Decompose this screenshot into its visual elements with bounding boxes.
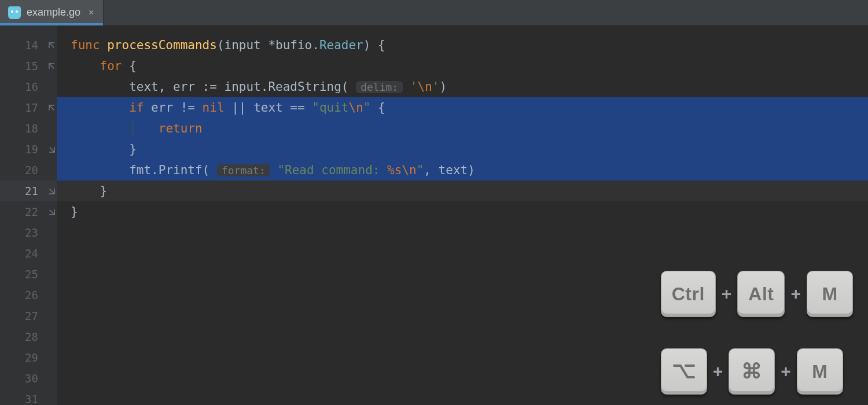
svg-line-1	[49, 64, 53, 68]
code-token: delim:	[356, 81, 403, 93]
editor: 141516171819202122232425262728293031 fun…	[0, 25, 868, 405]
line-number[interactable]: 15	[0, 56, 57, 76]
code-token: "	[363, 101, 371, 115]
code-token: "	[417, 163, 424, 177]
code-token: "Read command:	[277, 163, 387, 177]
code-token: for	[100, 59, 130, 73]
fold-open-icon[interactable]	[47, 105, 56, 111]
code-token: if	[129, 101, 151, 115]
code-token	[71, 184, 100, 198]
plus-separator: +	[722, 284, 732, 304]
fold-close-icon[interactable]	[47, 209, 56, 215]
line-number[interactable]: 21	[0, 181, 57, 201]
code-line[interactable]	[57, 222, 868, 243]
line-number[interactable]: 19	[0, 139, 57, 160]
line-number[interactable]: 27	[0, 305, 57, 326]
code-line[interactable]: if err != nil || text == "quit\n" {	[57, 97, 868, 118]
code-token: format:	[217, 164, 270, 176]
svg-line-3	[49, 147, 53, 151]
code-token: .	[312, 38, 319, 52]
fold-close-icon[interactable]	[47, 188, 56, 194]
code-token: *	[268, 38, 275, 52]
code-token: '	[410, 80, 418, 94]
code-line[interactable]: }	[57, 139, 868, 160]
code-token: %s\n	[387, 163, 417, 177]
plus-separator: +	[790, 284, 801, 304]
code-token: {	[129, 59, 137, 73]
code-token: (	[217, 38, 225, 52]
code-token	[71, 80, 129, 94]
fold-open-icon[interactable]	[47, 63, 56, 69]
key-ctrl: Ctrl	[661, 271, 716, 317]
fold-close-icon[interactable]	[47, 146, 56, 152]
code-token: func	[71, 38, 107, 52]
code-token: (	[203, 163, 217, 177]
code-line[interactable]: }	[57, 181, 868, 201]
option-key-icon	[661, 348, 707, 395]
code-token: \n	[349, 101, 363, 115]
code-token: nil	[203, 101, 232, 115]
code-line[interactable]: for {	[57, 56, 868, 76]
go-file-icon	[8, 6, 21, 19]
code-line[interactable]: │ return	[57, 118, 868, 139]
code-token: text	[439, 163, 468, 177]
tab-bar: example.go ×	[0, 0, 868, 25]
line-number[interactable]: 24	[0, 243, 57, 264]
code-token: }	[71, 205, 78, 219]
file-tab[interactable]: example.go ×	[0, 0, 104, 25]
code-token	[71, 59, 100, 73]
command-key-icon: ⌘	[729, 348, 775, 395]
code-token: !=	[181, 101, 203, 115]
code-line[interactable]: func processCommands(input *bufio.Reader…	[57, 35, 868, 56]
close-icon[interactable]: ×	[89, 8, 94, 18]
code-token: ReadString	[268, 80, 341, 94]
line-number[interactable]: 28	[0, 326, 57, 347]
key-m: M	[807, 271, 853, 317]
line-number[interactable]: 14	[0, 35, 57, 56]
code-line[interactable]: fmt.Printf( format: "Read command: %s\n"…	[57, 160, 868, 181]
shortcut-row: +⌘+M	[661, 348, 853, 395]
shortcut-overlay: Ctrl+Alt+M+⌘+M	[661, 271, 853, 395]
line-number[interactable]: 25	[0, 264, 57, 285]
code-token: return	[159, 122, 203, 135]
code-token: (	[341, 80, 356, 94]
code-token: err	[151, 101, 181, 115]
svg-line-5	[49, 209, 53, 213]
code-token: '	[432, 80, 440, 94]
code-token: )	[439, 80, 447, 94]
code-token: │	[129, 122, 159, 135]
code-token: "quit	[312, 101, 348, 115]
fold-open-icon[interactable]	[47, 42, 56, 48]
svg-line-0	[49, 43, 53, 47]
line-number[interactable]: 16	[0, 76, 57, 97]
code-token: ||	[231, 101, 253, 115]
code-token: {	[370, 101, 385, 115]
plus-separator: +	[781, 361, 791, 382]
line-number[interactable]: 18	[0, 118, 57, 139]
line-number[interactable]: 29	[0, 347, 57, 368]
line-number[interactable]: 23	[0, 222, 57, 243]
line-number[interactable]: 26	[0, 285, 57, 305]
code-token: ==	[290, 101, 312, 115]
plus-separator: +	[713, 361, 723, 382]
key-m: M	[797, 348, 843, 395]
code-token: input	[225, 38, 269, 52]
code-token: Printf	[159, 163, 203, 177]
code-token: ) {	[363, 38, 385, 52]
code-line[interactable]: text, err := input.ReadString( delim: '\…	[57, 76, 868, 97]
line-number[interactable]: 17	[0, 97, 57, 118]
line-number[interactable]: 30	[0, 368, 57, 389]
code-token: text	[129, 80, 159, 94]
code-token: .	[151, 163, 159, 177]
code-line[interactable]: }	[57, 201, 868, 222]
code-token: Reader	[319, 38, 363, 52]
tab-filename: example.go	[27, 6, 80, 19]
code-token: \n	[418, 80, 432, 94]
line-number[interactable]: 31	[0, 389, 57, 405]
line-number[interactable]: 20	[0, 160, 57, 181]
key-alt: Alt	[737, 271, 785, 317]
code-line[interactable]	[57, 243, 868, 264]
code-token: .	[261, 80, 269, 94]
line-number[interactable]: 22	[0, 201, 57, 222]
svg-line-4	[49, 189, 53, 193]
